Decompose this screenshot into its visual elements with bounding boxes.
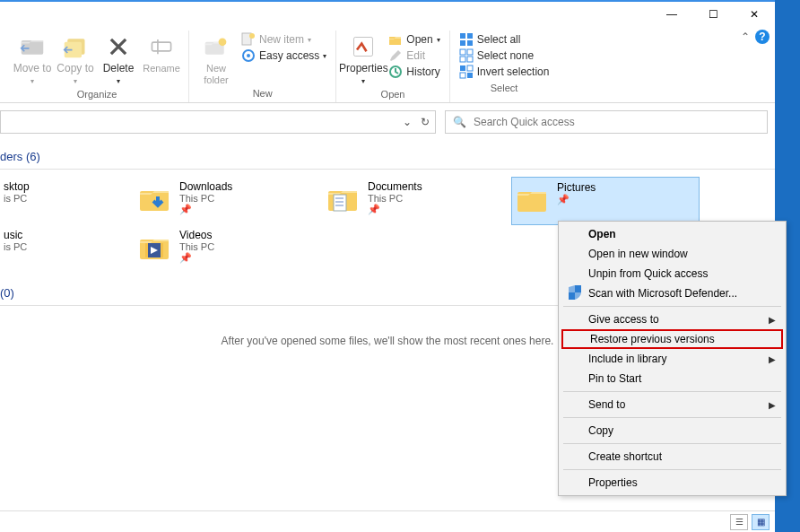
folder-text: VideosThis PC📌 bbox=[179, 229, 214, 264]
ribbon-group-open: Properties▾ Open ▾ Edit History Open bbox=[336, 31, 449, 102]
svg-point-6 bbox=[219, 38, 227, 46]
svg-point-8 bbox=[249, 33, 255, 39]
menu-item-copy[interactable]: Copy bbox=[561, 421, 783, 440]
address-search-row: ⌄ ↻ 🔍 Search Quick access bbox=[0, 103, 775, 141]
svg-rect-15 bbox=[467, 33, 473, 39]
open-icon bbox=[388, 32, 403, 47]
folder-text: DownloadsThis PC📌 bbox=[179, 180, 232, 215]
open-button[interactable]: Open ▾ bbox=[388, 32, 439, 47]
view-details-button[interactable]: ☰ bbox=[730, 514, 748, 530]
minimize-button[interactable]: — bbox=[651, 2, 692, 27]
history-button[interactable]: History bbox=[388, 65, 439, 79]
menu-label: Scan with Microsoft Defender... bbox=[588, 287, 737, 300]
menu-item-give-access-to[interactable]: Give access to▶ bbox=[561, 310, 783, 329]
address-bar[interactable]: ⌄ ↻ bbox=[0, 110, 436, 134]
folder-subtitle: This PC bbox=[179, 193, 232, 204]
menu-item-properties[interactable]: Properties bbox=[561, 473, 783, 493]
menu-separator bbox=[563, 391, 781, 392]
menu-label: Give access to bbox=[588, 313, 659, 326]
folder-title: Downloads bbox=[179, 180, 232, 193]
select-all-button[interactable]: Select all bbox=[459, 32, 550, 47]
move-to-button[interactable]: Move to ▾ bbox=[11, 31, 54, 87]
folder-icon bbox=[138, 229, 172, 263]
edit-icon bbox=[388, 48, 403, 63]
folder-title: Videos bbox=[179, 229, 214, 241]
menu-item-pin-to-start[interactable]: Pin to Start bbox=[561, 369, 783, 388]
invert-selection-icon bbox=[459, 65, 474, 79]
folder-title: Pictures bbox=[557, 181, 596, 194]
menu-item-open[interactable]: Open bbox=[561, 224, 783, 244]
menu-item-send-to[interactable]: Send to▶ bbox=[561, 395, 783, 414]
menu-separator bbox=[563, 306, 781, 307]
folder-subtitle: is PC bbox=[4, 241, 27, 252]
menu-separator bbox=[563, 443, 781, 444]
svg-rect-17 bbox=[467, 40, 473, 46]
menu-separator bbox=[563, 417, 781, 418]
rename-icon bbox=[147, 32, 176, 61]
search-placeholder: Search Quick access bbox=[474, 116, 575, 128]
new-folder-button[interactable]: New folder bbox=[195, 31, 238, 86]
svg-rect-24 bbox=[460, 73, 465, 78]
easy-access-button[interactable]: Easy access ▾ bbox=[241, 48, 326, 63]
search-box[interactable]: 🔍 Search Quick access bbox=[445, 110, 768, 134]
folder-title: sktop bbox=[4, 180, 30, 193]
svg-rect-22 bbox=[460, 65, 465, 71]
titlebar: — ☐ ✕ bbox=[0, 0, 775, 27]
menu-item-include-in-library[interactable]: Include in library▶ bbox=[561, 349, 783, 369]
new-item-button[interactable]: New item ▾ bbox=[241, 32, 326, 47]
svg-point-10 bbox=[247, 54, 250, 57]
folder-item-usic[interactable]: usicis PC bbox=[0, 225, 135, 274]
close-button[interactable]: ✕ bbox=[734, 2, 775, 27]
submenu-arrow-icon: ▶ bbox=[769, 400, 776, 410]
addr-chevron-icon[interactable]: ⌄ bbox=[403, 116, 412, 128]
folder-item-pictures[interactable]: Pictures📌 bbox=[511, 177, 700, 225]
group-label-select: Select bbox=[491, 81, 518, 96]
invert-selection-button[interactable]: Invert selection bbox=[459, 65, 550, 79]
svg-rect-3 bbox=[152, 42, 170, 51]
submenu-arrow-icon: ▶ bbox=[769, 315, 776, 325]
pin-icon: 📌 bbox=[179, 252, 214, 264]
copy-to-button[interactable]: Copy to ▾ bbox=[54, 31, 97, 87]
menu-item-unpin-from-quick-access[interactable]: Unpin from Quick access bbox=[561, 264, 783, 283]
folder-item-sktop[interactable]: sktopis PC bbox=[0, 177, 135, 225]
folder-item-videos[interactable]: VideosThis PC📌 bbox=[135, 225, 323, 274]
menu-item-open-in-new-window[interactable]: Open in new window bbox=[561, 244, 783, 264]
menu-item-restore-previous-versions[interactable]: Restore previous versions bbox=[561, 329, 783, 349]
refresh-icon[interactable]: ↻ bbox=[421, 116, 430, 128]
delete-button[interactable]: Delete▾ bbox=[97, 31, 140, 87]
properties-button[interactable]: Properties▾ bbox=[342, 31, 385, 87]
select-all-icon bbox=[459, 32, 474, 47]
menu-label: Include in library bbox=[588, 353, 666, 365]
maximize-button[interactable]: ☐ bbox=[692, 2, 734, 27]
section-frequent-folders[interactable]: ders (6) bbox=[0, 146, 775, 170]
svg-rect-23 bbox=[467, 65, 473, 71]
menu-separator bbox=[563, 469, 781, 470]
folder-text: usicis PC bbox=[4, 229, 27, 252]
group-label-open: Open bbox=[381, 87, 405, 102]
search-icon: 🔍 bbox=[453, 116, 466, 128]
new-folder-icon bbox=[202, 32, 230, 61]
help-icon[interactable]: ? bbox=[755, 30, 770, 44]
rename-button[interactable]: Rename bbox=[140, 31, 183, 74]
easy-access-icon bbox=[241, 48, 256, 63]
select-none-icon bbox=[459, 48, 474, 63]
properties-icon bbox=[349, 32, 378, 61]
menu-label: Copy bbox=[588, 424, 613, 437]
menu-item-scan-with-microsoft-defender[interactable]: Scan with Microsoft Defender... bbox=[561, 283, 783, 303]
group-label-new: New bbox=[253, 86, 273, 101]
folder-text: Pictures📌 bbox=[557, 181, 596, 205]
svg-rect-19 bbox=[467, 49, 473, 55]
ribbon-extra: ⌃ ? bbox=[741, 30, 770, 44]
select-none-button[interactable]: Select none bbox=[459, 48, 550, 63]
folder-item-documents[interactable]: DocumentsThis PC📌 bbox=[323, 177, 511, 225]
view-large-icons-button[interactable]: ▦ bbox=[752, 514, 770, 530]
menu-item-create-shortcut[interactable]: Create shortcut bbox=[561, 447, 783, 467]
folder-item-downloads[interactable]: DownloadsThis PC📌 bbox=[135, 177, 323, 225]
svg-rect-20 bbox=[460, 57, 465, 62]
folder-text: DocumentsThis PC📌 bbox=[368, 180, 422, 215]
collapse-ribbon-icon[interactable]: ⌃ bbox=[741, 31, 750, 43]
edit-button[interactable]: Edit bbox=[388, 48, 439, 63]
folder-icon bbox=[516, 181, 550, 215]
ribbon-group-new: New folder New item ▾ Easy access ▾ New bbox=[189, 31, 336, 102]
defender-shield-icon bbox=[567, 284, 583, 303]
